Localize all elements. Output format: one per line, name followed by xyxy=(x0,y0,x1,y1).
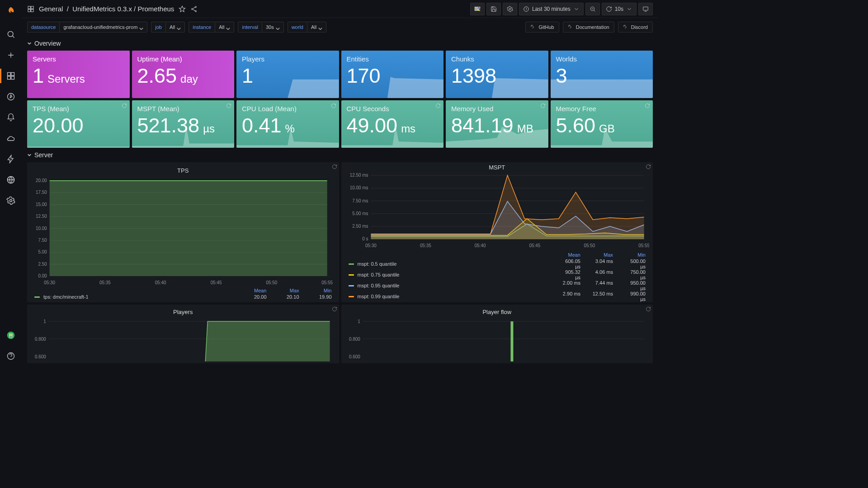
stat-servers[interactable]: Servers 1Servers xyxy=(27,51,130,98)
sidebar xyxy=(0,0,22,369)
svg-text:2.50 ms: 2.50 ms xyxy=(352,224,368,229)
svg-point-16 xyxy=(195,6,197,8)
star-icon[interactable] xyxy=(179,5,186,13)
svg-text:05:50: 05:50 xyxy=(584,243,595,248)
svg-text:05:40: 05:40 xyxy=(155,280,166,285)
svg-point-23 xyxy=(509,8,511,10)
var-label-job: job xyxy=(151,22,165,33)
refresh-icon[interactable] xyxy=(331,103,336,110)
legend-item[interactable]: mspt: 0.99 quantile 2.90 ms12.50 ms990.0… xyxy=(349,291,646,302)
timepicker-button[interactable]: Last 30 minutes xyxy=(519,3,584,15)
refresh-icon[interactable] xyxy=(645,103,650,110)
page-header: General / UnifiedMetrics 0.3.x / Prometh… xyxy=(22,0,658,18)
graph-mspt[interactable]: MSPT 0 s2.50 ms5.00 ms7.50 ms10.00 ms12.… xyxy=(341,162,653,302)
var-value-job[interactable]: All xyxy=(165,22,185,33)
share-icon[interactable] xyxy=(190,5,198,13)
var-value-world[interactable]: All xyxy=(307,22,326,33)
globe-icon[interactable] xyxy=(4,173,18,187)
svg-text:17.50: 17.50 xyxy=(36,190,47,195)
stat-chunks[interactable]: Chunks 1398 xyxy=(446,51,548,98)
mspt-xticks: 05:3005:3505:4005:4505:5005:55 xyxy=(365,243,649,248)
dashboards-icon[interactable] xyxy=(4,69,18,83)
svg-text:0.00: 0.00 xyxy=(38,273,47,279)
stat-worlds[interactable]: Worlds 3 xyxy=(551,51,653,98)
add-panel-button[interactable] xyxy=(470,3,485,15)
svg-text:2.50: 2.50 xyxy=(38,261,47,267)
refresh-icon[interactable] xyxy=(226,103,231,110)
row-overview[interactable]: Overview xyxy=(27,36,653,51)
svg-text:05:45: 05:45 xyxy=(529,243,540,248)
cloud-icon[interactable] xyxy=(4,131,18,145)
stat-entities[interactable]: Entities 170 xyxy=(341,51,444,98)
svg-text:0.600: 0.600 xyxy=(349,354,360,359)
svg-rect-1 xyxy=(8,73,11,76)
refresh-icon[interactable] xyxy=(435,103,441,110)
svg-rect-15 xyxy=(31,9,33,11)
stat-memfree[interactable]: Memory Free 5.60GB xyxy=(551,100,653,148)
graph-tps[interactable]: TPS 0.002.505.007.5010.0012.5015.0017.50… xyxy=(27,162,339,302)
refresh-icon[interactable] xyxy=(540,103,546,110)
svg-text:15.00: 15.00 xyxy=(36,202,47,207)
svg-point-7 xyxy=(10,200,12,202)
svg-text:10.00: 10.00 xyxy=(36,225,47,231)
svg-point-18 xyxy=(195,10,197,12)
svg-text:05:30: 05:30 xyxy=(44,280,55,285)
search-icon[interactable] xyxy=(4,27,18,42)
svg-text:12.50 ms: 12.50 ms xyxy=(349,173,368,178)
svg-rect-26 xyxy=(643,7,648,10)
svg-rect-10 xyxy=(9,334,13,336)
tv-mode-button[interactable] xyxy=(638,3,653,15)
stat-tps[interactable]: TPS (Mean) 20.00 xyxy=(27,100,130,148)
svg-text:0.600: 0.600 xyxy=(35,354,46,359)
svg-text:0.800: 0.800 xyxy=(35,337,46,342)
var-value-datasource[interactable]: grafanacloud-unifiedmetrics-prom xyxy=(59,22,147,33)
help-icon[interactable] xyxy=(4,349,18,363)
stat-memused[interactable]: Memory Used 841.19MB xyxy=(446,100,548,148)
graph-playerflow[interactable]: Player flow 1 0.800 0.600 xyxy=(341,305,653,363)
svg-rect-20 xyxy=(478,7,480,9)
save-button[interactable] xyxy=(486,3,501,15)
svg-rect-2 xyxy=(11,73,14,76)
svg-text:20.00: 20.00 xyxy=(36,178,47,183)
grafana-logo[interactable] xyxy=(4,4,18,18)
svg-text:0 s: 0 s xyxy=(362,236,368,241)
link-github[interactable]: GitHub xyxy=(525,22,559,33)
link-discord[interactable]: Discord xyxy=(618,22,653,33)
stat-cpuload[interactable]: CPU Load (Mean) 0.41% xyxy=(236,100,339,148)
stat-cpusec[interactable]: CPU Seconds 49.00ms xyxy=(341,100,444,148)
row-server[interactable]: Server xyxy=(27,148,653,162)
svg-text:05:35: 05:35 xyxy=(99,280,111,285)
legend-item[interactable]: mspt: 0.75 quantile 905.32 µs4.06 ms750.… xyxy=(349,269,646,280)
link-docs[interactable]: Documentation xyxy=(563,22,614,33)
settings-button[interactable] xyxy=(503,3,517,15)
plus-icon[interactable] xyxy=(4,48,18,62)
graph-players[interactable]: Players 1 0.800 0.600 xyxy=(27,305,339,363)
legend-item[interactable]: mspt: 0.95 quantile 2.00 ms7.44 ms950.00… xyxy=(349,280,646,291)
bell-icon[interactable] xyxy=(4,110,18,125)
svg-text:05:45: 05:45 xyxy=(211,280,222,285)
svg-text:05:55: 05:55 xyxy=(638,243,649,248)
legend-item[interactable]: mspt: 0.5 quantile 606.05 µs3.04 ms500.0… xyxy=(349,258,646,269)
svg-rect-14 xyxy=(28,9,30,11)
breadcrumb[interactable]: General / UnifiedMetrics 0.3.x / Prometh… xyxy=(39,5,174,13)
dashboards-breadcrumb-icon xyxy=(27,5,34,13)
var-value-interval[interactable]: 30s xyxy=(262,22,284,33)
svg-text:05:50: 05:50 xyxy=(266,280,277,285)
svg-rect-21 xyxy=(475,9,477,11)
refresh-icon[interactable] xyxy=(122,103,127,110)
refresh-button[interactable]: 10s xyxy=(602,3,637,15)
explore-icon[interactable] xyxy=(4,89,18,104)
zoom-out-button[interactable] xyxy=(585,3,600,15)
stat-mspt[interactable]: MSPT (Mean) 521.38µs xyxy=(132,100,235,148)
mspt-legend-rows: mspt: 0.5 quantile 606.05 µs3.04 ms500.0… xyxy=(349,258,646,302)
legend-item[interactable]: tps: dmc/minecraft-1 20.0020.1019.90 xyxy=(34,294,332,300)
bolt-icon[interactable] xyxy=(4,152,18,166)
gear-icon[interactable] xyxy=(4,193,18,208)
var-value-instance[interactable]: All xyxy=(215,22,234,33)
avatar[interactable] xyxy=(4,328,18,343)
var-label-interval: interval xyxy=(238,22,261,33)
stat-players[interactable]: Players 1 xyxy=(236,51,339,98)
stat-uptime[interactable]: Uptime (Mean) 2.65day xyxy=(132,51,235,98)
svg-rect-13 xyxy=(31,6,33,9)
svg-text:10.00 ms: 10.00 ms xyxy=(349,185,368,190)
